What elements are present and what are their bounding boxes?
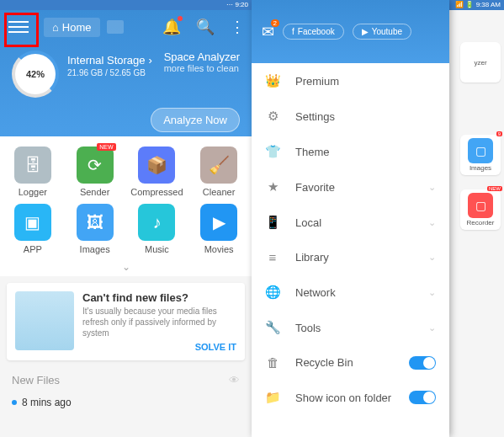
- chevron-down-icon: ⌄: [428, 322, 436, 333]
- menu-premium[interactable]: 👑Premium: [252, 63, 449, 99]
- globe-icon: 🌐: [265, 285, 280, 300]
- menu-label: Network: [295, 286, 336, 299]
- phone-icon: 📱: [265, 215, 280, 230]
- images-icon: 🖼: [77, 204, 114, 241]
- toggle-switch[interactable]: [409, 356, 436, 370]
- menu-label: Recycle Bin: [295, 356, 353, 369]
- tile-label: Logger: [5, 187, 61, 197]
- menu-label: Theme: [295, 146, 329, 158]
- wrench-icon: 🔧: [265, 320, 280, 335]
- menu-library[interactable]: ≡Library⌄: [252, 240, 449, 274]
- tab-label: Home: [62, 21, 92, 34]
- tile-compressed[interactable]: 📦Compressed: [130, 147, 185, 197]
- tile-label: Music: [130, 244, 185, 254]
- chevron-down-icon: ⌄: [428, 217, 436, 228]
- menu-tools[interactable]: 🔧Tools⌄: [252, 310, 449, 345]
- tile-cleaner[interactable]: 🧹Cleaner: [191, 147, 247, 197]
- music-icon: ♪: [138, 204, 175, 241]
- analyzer-sub: more files to clean: [164, 63, 240, 73]
- tile-label: Images: [67, 244, 123, 254]
- menu-settings[interactable]: ⚙Settings: [252, 99, 449, 134]
- new-files-heading: New Files 👁: [0, 367, 252, 393]
- chevron-right-icon: ›: [149, 54, 152, 67]
- peek-tile[interactable]: 9▢Images: [460, 135, 501, 175]
- menu-favorite[interactable]: ★Favorite⌄: [252, 169, 449, 205]
- menu-local[interactable]: 📱Local⌄: [252, 205, 449, 240]
- tile-sender[interactable]: NEW⟳Sender: [67, 147, 123, 197]
- tools-grid: 🗄LoggerNEW⟳Sender📦Compressed🧹Cleaner▣APP…: [0, 136, 252, 258]
- compressed-icon: 📦: [138, 147, 175, 184]
- solve-button[interactable]: SOLVE IT: [82, 342, 236, 352]
- tile-label: Cleaner: [191, 187, 247, 197]
- peek-tile[interactable]: yzer: [460, 42, 501, 83]
- new-badge: NEW: [97, 143, 115, 151]
- tile-label: Sender: [67, 187, 123, 197]
- status-bar: ⋯ 9:20: [0, 0, 252, 10]
- tile-label: Movies: [191, 244, 247, 254]
- tile-app[interactable]: ▣APP: [5, 204, 61, 254]
- folder-icon: 📁: [265, 390, 280, 405]
- storage-gauge[interactable]: 42%: [12, 51, 59, 98]
- menu-recycle-bin[interactable]: 🗑Recycle Bin: [252, 345, 449, 380]
- hint-image: [15, 291, 74, 350]
- nav-drawer: ✉2 fFacebook ▶Youtube 👑Premium⚙Settings👕…: [252, 0, 449, 437]
- hint-card: Can't find new files? It's usually becau…: [7, 283, 245, 360]
- storage-title[interactable]: Internal Storage ›: [67, 54, 156, 67]
- hint-title: Can't find new files?: [82, 291, 236, 304]
- eye-icon[interactable]: 👁: [229, 374, 240, 386]
- peek-icon: ▢: [468, 138, 493, 163]
- mail-icon[interactable]: ✉2: [262, 23, 274, 41]
- menu-label: Tools: [295, 322, 321, 334]
- tile-movies[interactable]: ▶Movies: [191, 204, 247, 254]
- highlight-menu: [4, 13, 39, 47]
- overflow-icon[interactable]: ⋮: [230, 18, 245, 36]
- expand-icon[interactable]: ⌄: [0, 258, 252, 276]
- chevron-down-icon: ⌄: [428, 182, 436, 193]
- menu-label: Premium: [295, 75, 339, 88]
- badge: NEW: [487, 186, 502, 191]
- tile-images[interactable]: 🖼Images: [67, 204, 123, 254]
- analyzer-title: Space Analyzer: [164, 51, 240, 63]
- sender-icon: ⟳: [77, 147, 114, 184]
- hint-text: It's usually because your media files re…: [82, 306, 236, 338]
- shirt-icon: 👕: [265, 144, 280, 159]
- badge: 9: [496, 131, 502, 136]
- tile-music[interactable]: ♪Music: [130, 204, 185, 254]
- home-icon: ⌂: [52, 21, 59, 34]
- tile-label: Compressed: [130, 187, 185, 197]
- menu-label: Library: [295, 251, 329, 264]
- notification-icon[interactable]: 🔔: [162, 18, 181, 36]
- add-tab-button[interactable]: [107, 20, 124, 34]
- peek-icon: ▢: [468, 193, 493, 218]
- tile-label: APP: [5, 244, 61, 254]
- peek-label: Images: [470, 164, 491, 172]
- menu-label: Settings: [295, 110, 335, 123]
- gear-icon: ⚙: [265, 109, 280, 124]
- search-icon[interactable]: 🔍: [196, 18, 215, 36]
- crown-icon: 👑: [265, 73, 280, 88]
- menu-label: Local: [295, 216, 321, 229]
- menu-show-icon-on-folder[interactable]: 📁Show icon on folder: [252, 380, 449, 415]
- chevron-down-icon: ⌄: [428, 287, 436, 298]
- app-icon: ▣: [14, 204, 51, 241]
- toggle-switch[interactable]: [409, 391, 436, 404]
- menu-network[interactable]: 🌐Network⌄: [252, 274, 449, 310]
- dot-icon: [12, 400, 17, 405]
- new-file-item[interactable]: 8 mins ago: [0, 393, 252, 412]
- peek-tile[interactable]: NEW▢Recorder: [460, 189, 501, 230]
- chevron-down-icon: ⌄: [428, 252, 436, 263]
- storage-sub: 21.96 GB / 52.65 GB: [67, 68, 156, 77]
- star-icon: ★: [265, 179, 280, 195]
- tab-home[interactable]: ⌂ Home: [44, 18, 100, 37]
- menu-label: Show icon on folder: [295, 392, 391, 404]
- drawer-menu: 👑Premium⚙Settings👕Theme★Favorite⌄📱Local⌄…: [252, 63, 449, 415]
- youtube-icon: ▶: [362, 27, 369, 36]
- peek-label: Recorder: [467, 219, 495, 226]
- tile-logger[interactable]: 🗄Logger: [5, 147, 61, 197]
- menu-theme[interactable]: 👕Theme: [252, 134, 449, 169]
- facebook-button[interactable]: fFacebook: [283, 24, 344, 40]
- analyze-button[interactable]: Analyze Now: [151, 108, 240, 132]
- youtube-button[interactable]: ▶Youtube: [353, 24, 411, 40]
- stack-icon: ≡: [265, 250, 280, 264]
- peek-label: yzer: [474, 59, 486, 67]
